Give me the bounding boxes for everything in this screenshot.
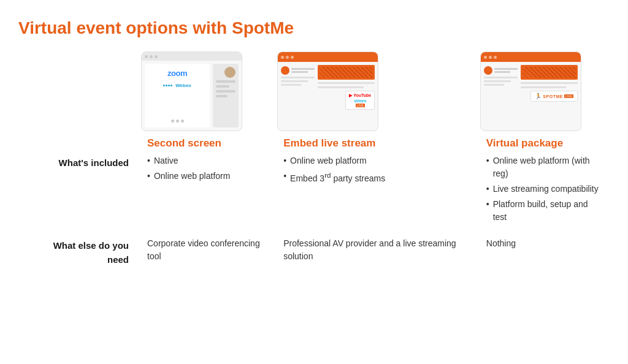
topbar-dot: [489, 56, 492, 59]
mockup-body: ▶ YouTube vimeo LIVE: [278, 62, 378, 131]
mockup-topbar: [142, 52, 242, 61]
mockup-body: zoom Webex: [142, 61, 242, 131]
sidebar-line: [484, 77, 518, 78]
mockup-topbar-orange: [278, 52, 378, 62]
name-line: [291, 68, 315, 70]
page-title: Virtual event options with SpotMe: [18, 18, 610, 38]
mockup-sidebar: [281, 65, 315, 127]
spotme-badge: 🏃 SPOTME LIVE: [530, 91, 577, 102]
vimeo-icon: vimeo: [354, 99, 366, 103]
stream-badge: ▶ YouTube vimeo LIVE: [345, 91, 375, 110]
topbar-dot: [494, 56, 497, 59]
second-screen-header: Second screen: [147, 137, 221, 149]
banner: [521, 65, 578, 80]
name-line: [494, 68, 518, 70]
zoom-logo: zoom: [167, 69, 187, 78]
banner-stripe: [320, 67, 373, 78]
sidebar-line: [281, 77, 315, 78]
second-screen-image-cell: zoom Webex: [141, 51, 277, 137]
name-line: [494, 71, 511, 73]
included-row: What's included Native Online web platfo…: [18, 154, 610, 226]
list-item: Platform build, setup and test: [486, 198, 603, 224]
embed-live-header: Embed live stream: [283, 137, 375, 149]
mockup-main: ▶ YouTube vimeo LIVE: [318, 65, 375, 127]
mockup-body: 🏃 SPOTME LIVE: [481, 62, 581, 131]
webex-text: Webex: [175, 83, 191, 88]
mock-line: [216, 85, 229, 88]
topbar-dot: [145, 55, 148, 58]
virtual-package-mockup: 🏃 SPOTME LIVE: [480, 51, 581, 131]
list-item: Live streaming compatibility: [486, 183, 603, 195]
webex-dots: [163, 85, 172, 86]
mockup-dots: [171, 119, 184, 123]
content-line: [521, 82, 578, 84]
virtual-package-included: Online web platform (with reg) Live stre…: [480, 154, 610, 226]
virtual-package-header-cell: Virtual package: [480, 137, 610, 154]
live-badge: LIVE: [356, 104, 365, 107]
second-screen-mockup: zoom Webex: [141, 51, 242, 131]
virtual-package-image-cell: 🏃 SPOTME LIVE: [480, 51, 610, 137]
mockup-main: 🏃 SPOTME LIVE: [521, 65, 578, 127]
live-badge: LIVE: [564, 94, 573, 98]
spacer-row: [18, 226, 610, 237]
whats-included-label: What's included: [18, 154, 141, 226]
list-item: Online web platform: [283, 154, 474, 167]
embed-live-included: Online web platform Embed 3rd party stre…: [277, 154, 480, 226]
name-line: [291, 71, 308, 73]
content-line: [318, 86, 363, 88]
content-line: [318, 82, 375, 84]
embed-live-need: Professional AV provider and a live stre…: [277, 237, 480, 267]
mock-line: [216, 95, 228, 97]
avatar-circle: [224, 67, 236, 78]
topbar-dot: [484, 56, 487, 59]
mockup-main: zoom Webex: [145, 64, 210, 127]
second-screen-list: Native Online web platform: [147, 154, 271, 183]
list-item: Online web platform (with reg): [486, 154, 603, 180]
second-screen-need: Corporate video conferencing tool: [141, 237, 277, 267]
mock-line: [216, 90, 236, 93]
what-else-row: What else do you need Corporate video co…: [18, 237, 610, 267]
virtual-package-list: Online web platform (with reg) Live stre…: [486, 154, 603, 224]
name-lines: [291, 68, 315, 73]
banner: [318, 65, 375, 80]
image-row: zoom Webex: [18, 51, 610, 137]
spotme-label: SPOTME: [543, 94, 563, 99]
virtual-package-header: Virtual package: [486, 137, 563, 149]
profile-row: [484, 66, 518, 75]
youtube-icon: ▶ YouTube: [349, 93, 371, 98]
header-row: Second screen Embed live stream Virtual …: [18, 137, 610, 154]
banner-stripe: [523, 67, 576, 78]
topbar-dot: [150, 55, 153, 58]
topbar-dot: [155, 55, 158, 58]
mockup-sidebar: [484, 65, 518, 127]
what-else-label: What else do you need: [18, 237, 141, 267]
topbar-dot: [291, 56, 294, 59]
second-screen-header-cell: Second screen: [141, 137, 277, 154]
sidebar-line: [484, 80, 511, 82]
topbar-dot: [286, 56, 289, 59]
content-line: [521, 86, 566, 88]
mockup-topbar: [481, 52, 581, 62]
embed-live-image-cell: ▶ YouTube vimeo LIVE: [277, 51, 480, 137]
embed-live-mockup: ▶ YouTube vimeo LIVE: [277, 51, 378, 131]
embed-live-list: Online web platform Embed 3rd party stre…: [283, 154, 474, 185]
sidebar-line: [484, 84, 504, 86]
embed-live-header-cell: Embed live stream: [277, 137, 480, 154]
second-screen-included: Native Online web platform: [141, 154, 277, 226]
virtual-package-need: Nothing: [480, 237, 610, 267]
webex-logo: Webex: [163, 83, 191, 88]
avatar: [484, 66, 492, 75]
mockup-side: [213, 64, 239, 127]
sidebar-line: [281, 84, 301, 86]
name-lines: [494, 68, 518, 73]
list-item: Embed 3rd party streams: [283, 170, 474, 185]
list-item: Native: [147, 154, 271, 167]
spotme-person-icon: 🏃: [535, 93, 542, 99]
mock-line: [216, 80, 236, 83]
avatar: [281, 66, 289, 75]
topbar-dot: [281, 56, 284, 59]
sidebar-line: [281, 80, 308, 82]
profile-row: [281, 66, 315, 75]
list-item: Online web platform: [147, 170, 271, 183]
